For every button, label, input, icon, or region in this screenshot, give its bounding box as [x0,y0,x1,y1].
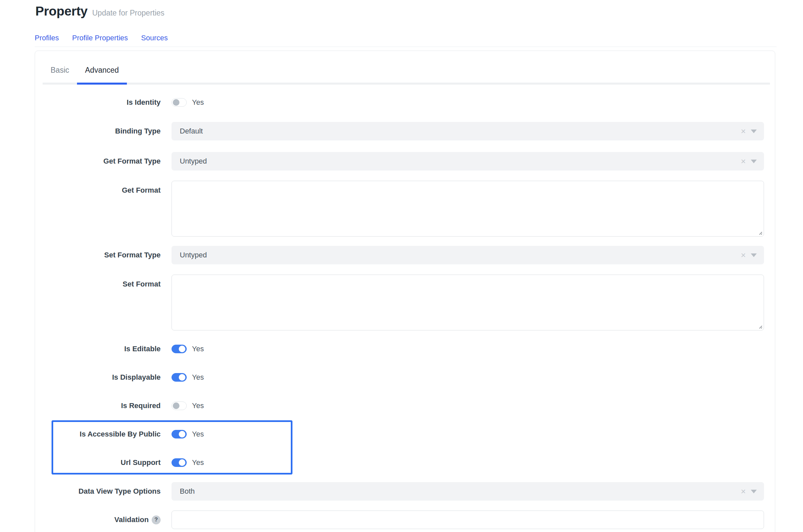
field-label-url-support: Url Support [53,458,160,467]
field-label-data-view-type-options: Data View Type Options [35,487,160,496]
field-label-is-accessible-by-public: Is Accessible By Public [53,430,160,438]
is-editable-toggle-label: Yes [192,345,204,353]
chevron-down-icon[interactable] [751,253,757,257]
toggle-knob [173,402,179,409]
resize-grip-icon[interactable] [758,324,763,329]
field-row-is-required: Is Required Yes [35,401,775,410]
field-row-get-format-type: Get Format Type Untyped × [35,152,775,171]
field-row-binding-type: Binding Type Default × [35,122,775,140]
field-row-data-view-type-options: Data View Type Options Both × [35,482,775,500]
form-card: Basic Advanced Is Identity Yes Binding T… [35,51,775,532]
tab-bar: Basic Advanced [43,51,770,84]
set-format-textarea[interactable] [172,274,764,330]
clear-icon[interactable]: × [740,487,746,496]
is-required-toggle[interactable] [172,401,187,410]
nav-divider [35,46,777,47]
set-format-type-select[interactable]: Untyped × [172,246,764,264]
field-row-is-accessible-by-public: Is Accessible By Public Yes [53,430,291,438]
is-accessible-by-public-toggle[interactable] [172,430,187,438]
url-support-toggle[interactable] [172,458,187,467]
tab-basic[interactable]: Basic [43,65,77,82]
field-row-is-identity: Is Identity Yes [35,98,775,107]
page-title: Property [35,4,88,19]
is-displayable-toggle-label: Yes [192,373,204,382]
toggle-knob [179,374,185,381]
is-identity-toggle-label: Yes [192,98,204,107]
toggle-knob [173,99,179,106]
tab-advanced-label: Advanced [85,66,119,74]
binding-type-select[interactable]: Default × [172,122,764,140]
field-label-set-format: Set Format [35,274,160,288]
url-support-toggle-label: Yes [192,458,204,467]
tab-advanced[interactable]: Advanced [77,65,127,82]
page-subtitle: Update for Properties [92,8,165,18]
is-accessible-by-public-toggle-label: Yes [192,430,204,438]
toggle-knob [179,431,185,437]
set-format-type-value: Untyped [180,251,740,260]
resize-grip-icon[interactable] [758,230,763,235]
tab-basic-label: Basic [51,66,69,74]
get-format-type-select[interactable]: Untyped × [172,152,764,171]
toggle-knob [179,346,185,352]
field-row-set-format-type: Set Format Type Untyped × [35,246,775,264]
page-header: Property Update for Properties [0,0,803,19]
is-required-toggle-label: Yes [192,401,204,410]
field-label-get-format: Get Format [35,181,160,195]
clear-icon[interactable]: × [740,127,746,135]
highlighted-fields-box: Is Accessible By Public Yes Url Support … [52,420,292,475]
chevron-down-icon[interactable] [751,490,757,493]
validation-label-text: Validation [114,515,149,524]
field-label-binding-type: Binding Type [35,127,160,135]
nav-link-profiles[interactable]: Profiles [35,34,59,42]
get-format-textarea[interactable] [172,181,764,236]
help-icon[interactable]: ? [152,515,160,525]
field-label-validation: Validation ? [35,515,160,525]
field-label-get-format-type: Get Format Type [35,157,160,166]
advanced-form: Is Identity Yes Binding Type Default × G… [35,98,775,529]
field-row-is-displayable: Is Displayable Yes [35,373,775,382]
clear-icon[interactable]: × [740,157,746,166]
field-label-is-displayable: Is Displayable [35,373,160,382]
toggle-knob [179,459,185,466]
field-row-url-support: Url Support Yes [53,458,291,467]
validation-input[interactable] [172,511,764,529]
field-label-is-identity: Is Identity [35,98,160,107]
is-identity-toggle[interactable] [172,98,187,107]
get-format-type-value: Untyped [180,157,740,166]
clear-icon[interactable]: × [740,251,746,260]
binding-type-value: Default [180,127,740,135]
field-row-get-format: Get Format [35,181,775,236]
field-row-is-editable: Is Editable Yes [35,345,775,353]
field-label-is-editable: Is Editable [35,345,160,353]
data-view-type-options-select[interactable]: Both × [172,482,764,500]
field-row-validation: Validation ? [35,511,775,529]
nav-link-sources[interactable]: Sources [141,34,168,42]
field-row-set-format: Set Format [35,274,775,330]
field-label-is-required: Is Required [35,401,160,410]
is-editable-toggle[interactable] [172,345,187,353]
breadcrumb-nav: Profiles Profile Properties Sources [35,34,803,42]
chevron-down-icon[interactable] [751,130,757,133]
data-view-type-options-value: Both [180,487,740,496]
chevron-down-icon[interactable] [751,159,757,163]
nav-link-profile-properties[interactable]: Profile Properties [72,34,128,42]
field-label-set-format-type: Set Format Type [35,251,160,260]
is-displayable-toggle[interactable] [172,373,187,382]
